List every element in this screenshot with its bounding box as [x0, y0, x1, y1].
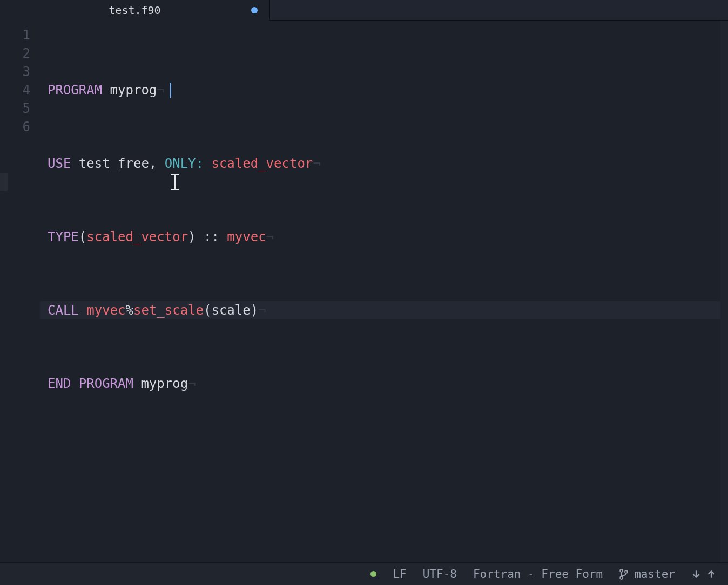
line-number-gutter: 1 2 3 4 5 6: [8, 21, 40, 562]
identifier: test_free: [79, 156, 149, 171]
punctuation: ,: [149, 156, 157, 171]
status-text: LF: [393, 568, 406, 581]
vertical-scrollbar[interactable]: [720, 21, 728, 562]
arrow-up-icon: [706, 569, 716, 579]
code-line[interactable]: USE test_free, ONLY: scaled_vector¬: [40, 154, 728, 173]
line-number[interactable]: 1: [8, 26, 40, 44]
identifier: myprog: [110, 83, 157, 98]
identifier: myvec: [86, 303, 125, 318]
status-text: Fortran - Free Form: [473, 568, 603, 581]
keyword: ONLY: [165, 156, 196, 171]
code-line[interactable]: [40, 448, 728, 466]
status-encoding[interactable]: UTF-8: [423, 568, 457, 581]
arrow-down-icon: [691, 569, 701, 579]
keyword: USE: [48, 156, 71, 171]
code-line[interactable]: TYPE(scaled_vector) :: myvec¬: [40, 228, 728, 246]
unsaved-indicator-icon: [251, 7, 258, 13]
tab-title: test.f90: [93, 4, 176, 17]
code-line[interactable]: END PROGRAM myprog¬: [40, 375, 728, 393]
git-branch-icon: [619, 568, 629, 580]
status-line-ending[interactable]: LF: [393, 568, 406, 581]
status-text: UTF-8: [423, 568, 457, 581]
svg-point-2: [625, 570, 628, 573]
newline-icon: ¬: [266, 229, 274, 244]
keyword: PROGRAM: [79, 376, 133, 391]
line-number[interactable]: 2: [8, 44, 40, 63]
mouse-cursor-icon: [171, 174, 179, 190]
svg-point-1: [620, 576, 623, 579]
newline-icon: ¬: [258, 303, 266, 318]
fold-gutter: [0, 21, 8, 562]
code-line[interactable]: CALL myvec%set_scale(scale)¬: [40, 301, 728, 319]
punctuation: (: [204, 303, 211, 318]
editor[interactable]: 1 2 3 4 5 6 PROGRAM myprog¬ USE test_fre…: [0, 21, 728, 562]
clean-dot-icon: [370, 571, 376, 577]
keyword: TYPE: [48, 229, 79, 244]
tab-bar: test.f90: [0, 0, 728, 21]
identifier: scale: [211, 303, 250, 318]
line-number[interactable]: 4: [8, 81, 40, 99]
newline-icon: ¬: [313, 156, 320, 171]
status-bar: LF UTF-8 Fortran - Free Form master: [0, 562, 728, 585]
punctuation: ): [251, 303, 258, 318]
code-line[interactable]: PROGRAM myprog¬: [40, 81, 728, 99]
keyword: CALL: [48, 303, 79, 318]
status-git-sync[interactable]: [691, 569, 716, 579]
keyword: END: [48, 376, 71, 391]
code-area[interactable]: PROGRAM myprog¬ USE test_free, ONLY: sca…: [40, 21, 728, 562]
newline-icon: ¬: [188, 376, 196, 391]
type-name: scaled_vector: [86, 229, 188, 244]
identifier: myprog: [141, 376, 188, 391]
type-name: scaled_vector: [211, 156, 313, 171]
punctuation: (: [79, 229, 86, 244]
punctuation: ): [188, 229, 196, 244]
line-number[interactable]: 3: [8, 63, 40, 81]
status-git-branch[interactable]: master: [619, 568, 675, 581]
svg-point-0: [620, 569, 623, 572]
tab-test-f90[interactable]: test.f90: [0, 0, 270, 21]
method: et_scale: [141, 303, 204, 318]
status-file-dot[interactable]: [370, 571, 376, 577]
line-number[interactable]: 5: [8, 99, 40, 118]
operator: %: [126, 303, 133, 318]
identifier: myvec: [227, 229, 266, 244]
status-grammar[interactable]: Fortran - Free Form: [473, 568, 603, 581]
tab-bar-empty[interactable]: [270, 0, 728, 21]
punctuation: :: [196, 156, 204, 171]
method: s: [133, 303, 141, 318]
text-cursor: [170, 83, 171, 98]
newline-icon: ¬: [157, 83, 164, 98]
keyword: PROGRAM: [48, 83, 102, 98]
punctuation: ::: [196, 229, 227, 244]
line-number[interactable]: 6: [8, 118, 40, 136]
status-text: master: [634, 568, 675, 581]
